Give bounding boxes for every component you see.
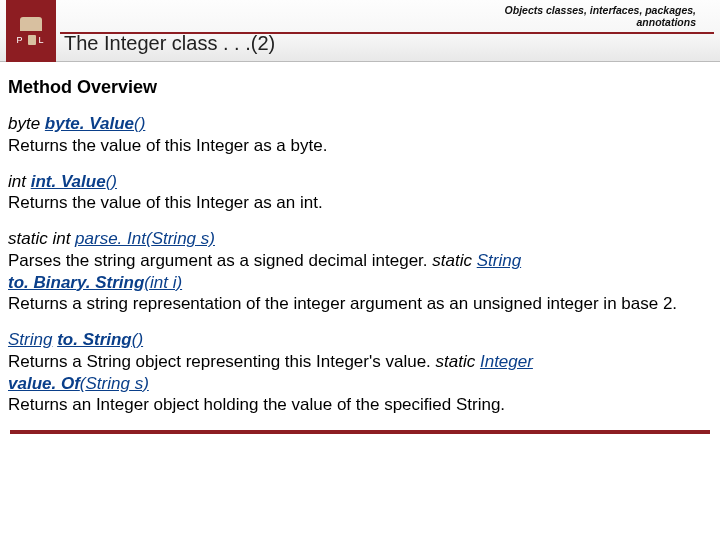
method-desc: Returns the value of this Integer as an … bbox=[8, 193, 323, 212]
method-desc: Returns a string representation of the i… bbox=[8, 294, 677, 313]
method-desc: Parses the string argument as a signed d… bbox=[8, 251, 432, 270]
inline-type-link[interactable]: String bbox=[477, 251, 521, 270]
method-block-bytevalue: byte byte. Value() Returns the value of … bbox=[8, 113, 712, 157]
breadcrumb-line1: Objects classes, interfaces, packages, bbox=[505, 4, 696, 16]
param-type-link[interactable]: String bbox=[85, 374, 129, 393]
method-desc: Returns an Integer object holding the va… bbox=[8, 395, 505, 414]
method-block-parseint: static int parse. Int(String s) Parses t… bbox=[8, 228, 712, 315]
content-area: Method Overview byte byte. Value() Retur… bbox=[0, 62, 720, 434]
page-title: The Integer class . . .(2) bbox=[64, 32, 275, 55]
method-link-parseint[interactable]: parse. Int bbox=[75, 229, 146, 248]
method-paren: () bbox=[134, 114, 145, 133]
breadcrumb-line2: annotations bbox=[505, 16, 696, 28]
method-paren: () bbox=[106, 172, 117, 191]
method-block-tostring: String to. String() Returns a String obj… bbox=[8, 329, 712, 416]
method-link-tostring[interactable]: to. String bbox=[57, 330, 132, 349]
param-rest: s) bbox=[196, 229, 215, 248]
method-block-intvalue: int int. Value() Returns the value of th… bbox=[8, 171, 712, 215]
logo-letter-right: L bbox=[39, 35, 46, 45]
return-type-link[interactable]: String bbox=[8, 330, 52, 349]
method-paren: (int i) bbox=[144, 273, 182, 292]
logo-emblem-icon bbox=[20, 17, 42, 31]
inline-type-link[interactable]: Integer bbox=[480, 352, 533, 371]
return-type: static int bbox=[8, 229, 75, 248]
logo-crest-icon bbox=[28, 35, 36, 45]
return-type: byte bbox=[8, 114, 45, 133]
footer-divider bbox=[10, 430, 710, 434]
param-type-link[interactable]: String bbox=[152, 229, 196, 248]
method-desc: Returns a String object representing thi… bbox=[8, 352, 436, 371]
section-heading: Method Overview bbox=[8, 76, 712, 99]
logo-letter-left: P bbox=[16, 35, 24, 45]
method-link-tobinarystring[interactable]: to. Binary. String bbox=[8, 273, 144, 292]
method-paren: () bbox=[132, 330, 143, 349]
inline-return: static bbox=[432, 251, 476, 270]
inline-return: static bbox=[436, 352, 480, 371]
slide-header: P L Objects classes, interfaces, package… bbox=[0, 0, 720, 62]
logo-badge: P L bbox=[6, 0, 56, 62]
breadcrumb: Objects classes, interfaces, packages, a… bbox=[505, 4, 696, 28]
logo-letters: P L bbox=[16, 35, 45, 45]
method-link-bytevalue[interactable]: byte. Value bbox=[45, 114, 134, 133]
method-link-intvalue[interactable]: int. Value bbox=[31, 172, 106, 191]
param-rest: s) bbox=[130, 374, 149, 393]
return-type: int bbox=[8, 172, 31, 191]
method-desc: Returns the value of this Integer as a b… bbox=[8, 136, 327, 155]
method-link-valueof[interactable]: value. Of bbox=[8, 374, 80, 393]
